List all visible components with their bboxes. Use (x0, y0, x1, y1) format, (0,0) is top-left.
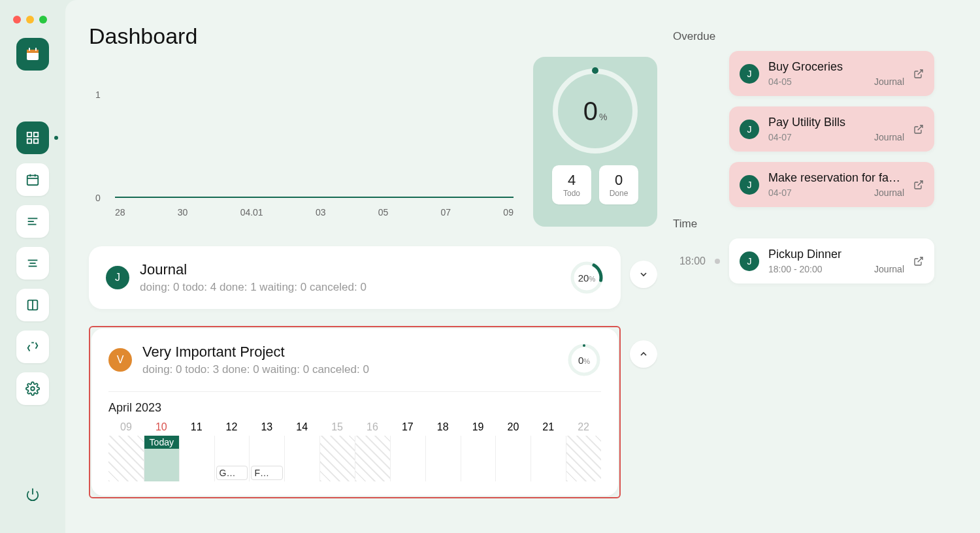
svg-rect-7 (34, 139, 38, 143)
project-card-journal[interactable]: J Journal doing: 0 todo: 4 done: 1 waiti… (89, 246, 621, 309)
day-column[interactable]: 20 (495, 419, 531, 481)
external-link-icon (913, 256, 924, 266)
calendar-app-icon (25, 46, 41, 62)
time-task-card[interactable]: J Pickup Dinner 18:00 - 20:00 Journal (729, 238, 934, 283)
timeline-task[interactable]: G… (216, 466, 248, 480)
sidebar-item-list-left[interactable] (16, 205, 49, 238)
task-title: Buy Groceries (768, 60, 904, 74)
stats-card: 0 % 4 Todo 0 Done (533, 57, 657, 227)
open-task-button[interactable] (913, 256, 924, 266)
open-task-button[interactable] (913, 180, 924, 190)
open-task-button[interactable] (913, 124, 924, 135)
svg-rect-2 (29, 48, 30, 51)
done-count: 0 (615, 172, 623, 189)
day-number: 19 (461, 419, 496, 436)
project-progress: 20% (570, 261, 604, 295)
task-project: Journal (874, 132, 904, 142)
timeline-month: April 2023 (108, 401, 601, 415)
close-window-icon[interactable] (13, 16, 21, 24)
ring-value: 0 (583, 97, 598, 126)
external-link-icon (913, 180, 924, 190)
external-link-icon (913, 124, 924, 135)
day-number: 13 (249, 419, 284, 436)
day-column[interactable]: 12G… (214, 419, 250, 481)
day-column[interactable]: 13F… (249, 419, 284, 481)
overdue-heading: Overdue (673, 30, 934, 43)
task-project: Journal (874, 76, 904, 87)
x-tick: 07 (441, 207, 451, 218)
x-tick: 03 (316, 207, 326, 218)
avatar: J (740, 120, 759, 139)
day-number: 10 (144, 419, 179, 436)
task-title: Pickup Dinner (768, 248, 904, 261)
avatar: J (106, 266, 129, 289)
day-column[interactable]: 19 (461, 419, 496, 481)
svg-rect-5 (34, 133, 38, 137)
day-body: F… (249, 436, 284, 481)
overdue-task-card[interactable]: J Pay Utility Bills 04-07 Journal (729, 106, 934, 152)
sidebar (0, 0, 65, 533)
power-icon (25, 487, 40, 502)
todo-label: Todo (563, 189, 580, 198)
sidebar-item-power[interactable] (16, 478, 49, 511)
sidebar-item-dashboard[interactable] (16, 121, 49, 154)
task-time: 18:00 - 20:00 (768, 264, 823, 274)
sidebar-item-panels[interactable] (16, 289, 49, 321)
day-column[interactable]: 09 (108, 419, 144, 481)
done-stat: 0 Done (599, 165, 638, 204)
ring-pct: % (599, 112, 607, 122)
task-date: 04-07 (768, 187, 792, 198)
day-number: 22 (566, 419, 601, 436)
day-number: 11 (179, 419, 214, 436)
day-column[interactable]: 18 (425, 419, 461, 481)
project-title: Very Important Project (142, 344, 369, 361)
page-title: Dashboard (89, 24, 657, 49)
day-body (461, 436, 496, 481)
overdue-task-card[interactable]: J Make reservation for fa… 04-07 Journal (729, 162, 934, 207)
sidebar-item-settings[interactable] (16, 372, 49, 405)
sidebar-item-list-center[interactable] (16, 247, 49, 280)
collapse-button[interactable] (630, 261, 657, 288)
task-project: Journal (874, 264, 904, 274)
minimize-window-icon[interactable] (26, 16, 34, 24)
day-body (495, 436, 531, 481)
day-body: Today (144, 436, 179, 481)
day-column[interactable]: 21 (531, 419, 566, 481)
activity-chart: 1 0 28 30 04.01 03 05 07 09 (89, 57, 520, 227)
x-tick: 05 (378, 207, 389, 218)
time-heading: Time (673, 218, 934, 231)
svg-rect-1 (27, 50, 39, 53)
day-column[interactable]: 14 (284, 419, 319, 481)
sidebar-item-recycle[interactable] (16, 331, 49, 363)
project-card-vip[interactable]: V Very Important Project doing: 0 todo: … (91, 329, 618, 496)
day-column[interactable]: 15 (319, 419, 355, 481)
day-column[interactable]: 16 (355, 419, 390, 481)
x-tick: 04.01 (240, 207, 263, 218)
chevron-up-icon (638, 349, 649, 359)
svg-rect-4 (27, 133, 31, 137)
overdue-task-card[interactable]: J Buy Groceries 04-05 Journal (729, 51, 934, 96)
timeline-task[interactable]: F… (251, 466, 283, 480)
day-column[interactable]: 22 (566, 419, 601, 481)
task-date: 04-05 (768, 76, 792, 87)
expand-button[interactable] (630, 340, 657, 368)
day-number: 21 (531, 419, 566, 436)
day-column[interactable]: 11 (179, 419, 214, 481)
svg-point-23 (570, 261, 604, 295)
y-tick: 0 (95, 193, 101, 203)
maximize-window-icon[interactable] (39, 16, 47, 24)
sidebar-item-calendar[interactable] (16, 163, 49, 196)
day-column[interactable]: 10Today (144, 419, 179, 481)
open-task-button[interactable] (913, 69, 924, 79)
project-progress: 0% (567, 343, 601, 377)
day-column[interactable]: 17 (390, 419, 425, 481)
time-dot-icon (715, 259, 720, 264)
svg-point-24 (570, 346, 598, 374)
day-body (284, 436, 319, 481)
x-tick: 28 (115, 207, 125, 218)
project-status: doing: 0 todo: 3 done: 0 waiting: 0 canc… (142, 363, 369, 376)
task-project: Journal (874, 187, 904, 198)
svg-line-28 (918, 181, 923, 186)
recycle-icon (25, 340, 40, 354)
sidebar-logo[interactable] (16, 38, 49, 71)
